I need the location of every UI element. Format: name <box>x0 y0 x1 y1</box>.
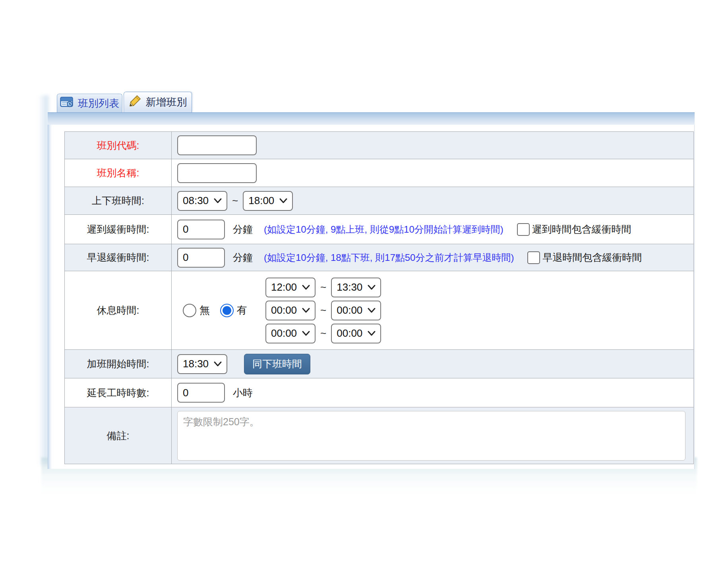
list-window-icon <box>60 96 74 111</box>
break-period-1: 12:00 ~ 13:30 <box>265 278 381 297</box>
early-buffer-unit: 分鐘 <box>233 251 253 264</box>
row-work-time: 上下班時間: 08:30 ~ 18:00 <box>65 187 693 214</box>
break-period-stack: 12:00 ~ 13:30 <box>265 278 381 343</box>
break-has-radio[interactable] <box>220 304 234 317</box>
row-extended-hours: 延長工時時數: 小時 <box>65 378 693 407</box>
break3-start-value: 00:00 <box>271 327 297 339</box>
break2-end-value: 00:00 <box>337 304 362 316</box>
remark-label: 備註: <box>65 407 172 464</box>
row-overtime-start: 加班開始時間: 18:30 同下班時間 <box>65 349 693 378</box>
tab-strip-bar <box>48 112 695 125</box>
chevron-down-icon <box>302 331 310 336</box>
break-has-label: 有 <box>237 303 247 317</box>
break3-start-select[interactable]: 00:00 <box>265 324 316 343</box>
same-as-end-time-button[interactable]: 同下班時間 <box>244 354 310 374</box>
break3-separator: ~ <box>320 327 326 339</box>
extended-hours-unit: 小時 <box>233 386 253 399</box>
break2-start-value: 00:00 <box>271 304 297 316</box>
early-buffer-input[interactable] <box>177 248 225 268</box>
early-buffer-checkbox-label: 早退時間包含緩衝時間 <box>542 251 642 264</box>
chevron-down-icon <box>368 308 376 313</box>
pencil-icon <box>129 94 141 110</box>
chevron-down-icon <box>302 285 310 290</box>
break-time-radio-group: 無 有 <box>183 303 258 317</box>
tab-add-shift-label: 新增班別 <box>146 95 187 109</box>
break-time-label: 休息時間: <box>65 271 172 349</box>
panel-content: 班別代碼: 班別名稱: 上下班時間: <box>48 125 695 469</box>
chevron-down-icon <box>368 285 376 290</box>
tab-add-shift[interactable]: 新增班別 <box>124 92 192 112</box>
early-buffer-label: 早退緩衝時間: <box>65 244 172 271</box>
break-period-3: 00:00 ~ 00:00 <box>265 324 381 343</box>
break1-separator: ~ <box>320 281 326 293</box>
row-late-buffer: 遲到緩衝時間: 分鐘 (如設定10分鐘, 9點上班, 則從9點10分開始計算遲到… <box>65 214 693 244</box>
late-buffer-label: 遲到緩衝時間: <box>65 215 172 244</box>
work-time-separator: ~ <box>232 195 238 207</box>
row-shift-code: 班別代碼: <box>65 132 693 159</box>
late-buffer-unit: 分鐘 <box>233 223 253 236</box>
break-none-label: 無 <box>199 303 210 317</box>
overtime-start-label: 加班開始時間: <box>65 350 172 378</box>
late-buffer-checkbox[interactable] <box>517 223 530 236</box>
break2-end-select[interactable]: 00:00 <box>331 301 381 320</box>
tab-shift-list[interactable]: 班別列表 <box>57 94 122 112</box>
overtime-start-select[interactable]: 18:30 <box>177 354 227 374</box>
panel-left-glow <box>38 95 48 465</box>
shift-form-table: 班別代碼: 班別名稱: 上下班時間: <box>64 131 694 464</box>
shift-name-label: 班別名稱: <box>65 159 172 187</box>
break2-separator: ~ <box>320 304 326 316</box>
break1-start-select[interactable]: 12:00 <box>265 278 316 297</box>
extended-hours-input[interactable] <box>177 383 225 403</box>
early-buffer-checkbox[interactable] <box>527 251 540 264</box>
break3-end-select[interactable]: 00:00 <box>331 324 381 343</box>
break-period-2: 00:00 ~ 00:00 <box>265 301 381 320</box>
row-early-buffer: 早退緩衝時間: 分鐘 (如設定10分鐘, 18點下班, 則17點50分之前才計算… <box>65 244 693 271</box>
work-time-label: 上下班時間: <box>65 187 172 214</box>
chevron-down-icon <box>279 198 287 203</box>
chevron-down-icon <box>214 198 222 203</box>
shift-name-input[interactable] <box>177 163 257 183</box>
late-buffer-input[interactable] <box>177 220 225 239</box>
break2-start-select[interactable]: 00:00 <box>265 301 316 320</box>
shift-code-input[interactable] <box>177 135 257 155</box>
work-end-select[interactable]: 18:00 <box>243 191 293 211</box>
chevron-down-icon <box>214 361 222 366</box>
remark-textarea[interactable] <box>177 411 685 461</box>
break1-end-value: 13:30 <box>337 281 362 293</box>
break3-end-value: 00:00 <box>337 327 362 339</box>
break-none-radio[interactable] <box>183 304 196 317</box>
early-buffer-note: (如設定10分鐘, 18點下班, 則17點50分之前才計算早退時間) <box>264 251 514 264</box>
break1-end-select[interactable]: 13:30 <box>331 278 381 297</box>
chevron-down-icon <box>302 308 310 313</box>
shift-code-label: 班別代碼: <box>65 132 172 159</box>
row-remark: 備註: <box>65 407 693 464</box>
row-shift-name: 班別名稱: <box>65 159 693 187</box>
chevron-down-icon <box>368 331 376 336</box>
overtime-start-value: 18:30 <box>183 358 209 370</box>
work-start-value: 08:30 <box>183 195 209 207</box>
tab-shift-list-label: 班別列表 <box>78 96 119 110</box>
row-break-time: 休息時間: 無 有 12:00 <box>65 271 693 349</box>
work-start-select[interactable]: 08:30 <box>177 191 227 211</box>
tab-strip: 班別列表 新增班別 <box>48 91 695 112</box>
late-buffer-note: (如設定10分鐘, 9點上班, 則從9點10分開始計算遲到時間) <box>264 223 503 236</box>
break1-start-value: 12:00 <box>271 281 297 293</box>
shift-settings-panel: 班別列表 新增班別 班別代碼: <box>48 91 695 469</box>
extended-hours-label: 延長工時時數: <box>65 378 172 407</box>
late-buffer-checkbox-label: 遲到時間包含緩衝時間 <box>532 223 631 236</box>
app-screen: 班別列表 新增班別 班別代碼: <box>0 0 728 567</box>
work-end-value: 18:00 <box>248 195 274 207</box>
